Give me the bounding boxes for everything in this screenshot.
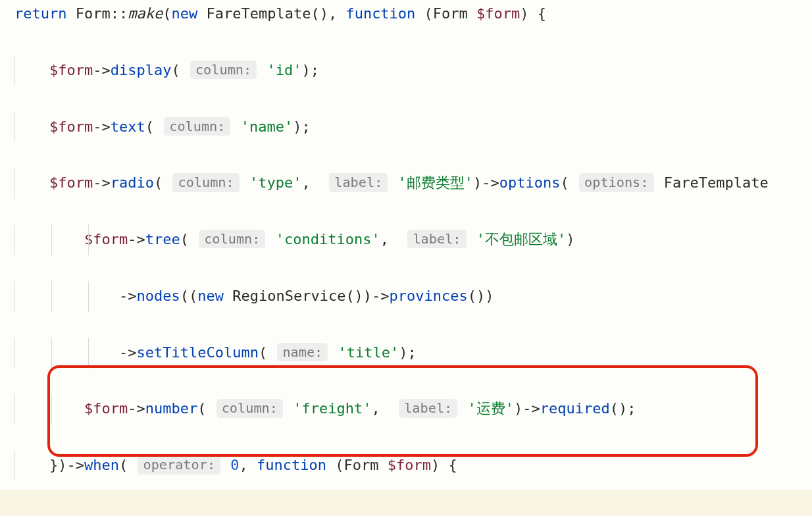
var-form: $form — [49, 118, 93, 135]
method-number: number — [145, 400, 197, 417]
code-line[interactable]: return Form::make(new FareTemplate(), fu… — [14, 0, 812, 28]
method-display: display — [111, 62, 172, 78]
param-hint-name: name: — [277, 343, 328, 361]
code-line[interactable]: $form->number( column: 'freight', label:… — [14, 395, 812, 423]
string: 'id' — [266, 62, 301, 78]
punct: -> — [93, 62, 111, 78]
param-hint-label: label: — [329, 173, 388, 192]
code-line[interactable]: $form->tree( column: 'conditions', label… — [14, 226, 812, 254]
var-form: $form — [49, 62, 93, 78]
keyword-new: new — [197, 288, 224, 304]
param-hint-label: label: — [407, 230, 466, 248]
keyword-function: function — [257, 457, 326, 473]
method-nodes: nodes — [136, 288, 180, 304]
code-line[interactable]: ->nodes((new RegionService())->provinces… — [14, 282, 812, 311]
class-form: Form — [76, 5, 111, 22]
string: 'conditions' — [276, 231, 380, 247]
punct: ( — [163, 5, 171, 22]
method-provinces: provinces — [390, 288, 468, 304]
keyword-return: return — [14, 5, 66, 22]
string: 'freight' — [293, 400, 371, 417]
code-line[interactable]: $form->display( column: 'id'); — [14, 57, 812, 85]
var-form: $form — [49, 174, 93, 191]
string: '运费' — [468, 400, 515, 417]
var-form: $form — [476, 5, 520, 22]
method-tree: tree — [145, 231, 180, 247]
code-line[interactable]: })->when( operator: 0, function (Form $f… — [14, 452, 812, 480]
code-line[interactable]: $form->radio( column: 'type', label: '邮费… — [14, 169, 812, 197]
var-form: $form — [84, 400, 128, 417]
string: '不包邮区域' — [476, 231, 567, 247]
code-line[interactable]: ->setTitleColumn( name: 'title'); — [14, 339, 812, 367]
method-when: when — [84, 457, 119, 473]
method-settitlecolumn: setTitleColumn — [136, 344, 258, 361]
method-make: make — [128, 5, 163, 22]
method-text: text — [111, 118, 145, 135]
string: '邮费类型' — [398, 174, 474, 191]
punct: ( — [424, 5, 433, 22]
class-regionservice: RegionService — [232, 288, 345, 304]
param-hint-label: label: — [399, 399, 457, 417]
param-hint-column: column: — [190, 61, 257, 79]
number: 0 — [230, 457, 239, 473]
string: 'name' — [241, 118, 293, 135]
param-hint-operator: operator: — [138, 455, 220, 474]
class-faretemplate: FareTemplate — [206, 5, 311, 22]
string: 'type' — [249, 174, 301, 191]
punct: :: — [111, 5, 128, 22]
var-form: $form — [84, 231, 128, 247]
param-hint-options: options: — [579, 173, 653, 192]
keyword-function: function — [345, 5, 415, 22]
param-hint-column: column: — [216, 399, 283, 417]
bottom-strip — [0, 490, 812, 516]
keyword-new: new — [171, 5, 197, 22]
param-hint-column: column: — [199, 230, 265, 248]
class-faretemplate: FareTemplate — [664, 174, 769, 191]
string: 'title' — [338, 344, 399, 361]
type-form: Form — [344, 457, 379, 473]
type-form: Form — [433, 5, 468, 22]
method-radio: radio — [111, 174, 154, 191]
param-hint-column: column: — [172, 173, 239, 192]
punct: ) { — [520, 5, 546, 22]
code-line[interactable]: $form->text( column: 'name'); — [14, 113, 812, 142]
punct: (), — [311, 5, 345, 22]
method-required: required — [540, 400, 610, 417]
var-form: $form — [388, 457, 431, 473]
param-hint-column: column: — [164, 117, 230, 136]
code-editor[interactable]: return Form::make(new FareTemplate(), fu… — [0, 0, 812, 516]
method-options: options — [499, 174, 561, 191]
